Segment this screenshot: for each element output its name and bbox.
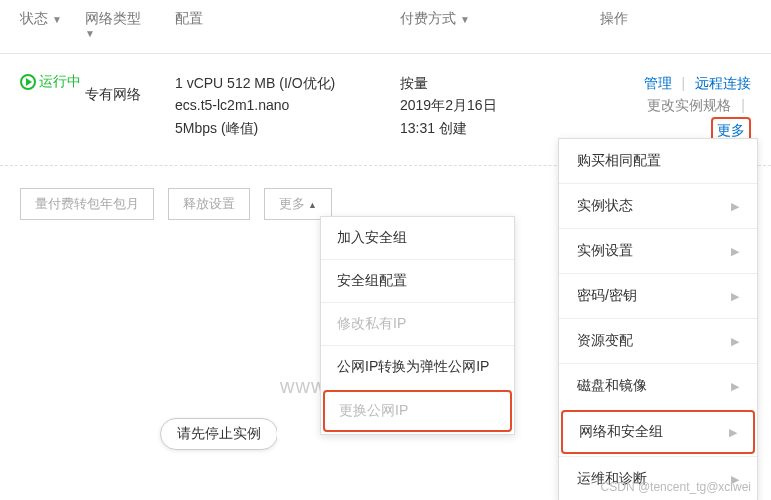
- chevron-right-icon: ▶: [729, 426, 737, 439]
- menu-sg-config[interactable]: 安全组配置: [321, 259, 514, 302]
- ops-cell: 管理 | 远程连接 更改实例规格 | 更多: [600, 72, 751, 143]
- header-net[interactable]: 网络类型▼: [85, 10, 175, 39]
- chevron-right-icon: ▶: [731, 380, 739, 393]
- menu-instance-settings[interactable]: 实例设置▶: [559, 228, 757, 273]
- chevron-down-icon: ▼: [52, 14, 62, 25]
- release-settings-button[interactable]: 释放设置: [168, 188, 250, 220]
- menu-resource-change[interactable]: 资源变配▶: [559, 318, 757, 363]
- menu-network-sg[interactable]: 网络和安全组▶: [561, 410, 755, 454]
- menu-disk-image[interactable]: 磁盘和镜像▶: [559, 363, 757, 408]
- separator: |: [741, 97, 745, 113]
- net-cell: 专有网络: [85, 72, 175, 104]
- menu-instance-status[interactable]: 实例状态▶: [559, 183, 757, 228]
- header-config: 配置: [175, 10, 400, 28]
- play-circle-icon: [20, 74, 36, 90]
- menu-modify-private-ip[interactable]: 修改私有IP: [321, 302, 514, 345]
- menu-join-sg[interactable]: 加入安全组: [321, 217, 514, 259]
- watermark-csdn: CSDN @tencent_tg@xciwei: [601, 480, 751, 494]
- status-cell: 运行中: [20, 72, 85, 92]
- manage-link[interactable]: 管理: [644, 75, 672, 91]
- chevron-down-icon: ▼: [460, 14, 470, 25]
- stop-instance-tooltip: 请先停止实例: [160, 418, 278, 450]
- header-pay[interactable]: 付费方式▼: [400, 10, 600, 28]
- row-more-menu: 购买相同配置 实例状态▶ 实例设置▶ 密码/密钥▶ 资源变配▶ 磁盘和镜像▶ 网…: [558, 138, 758, 500]
- menu-password-key[interactable]: 密码/密钥▶: [559, 273, 757, 318]
- status-text: 运行中: [39, 72, 81, 92]
- chevron-right-icon: ▶: [731, 200, 739, 213]
- menu-buy-same[interactable]: 购买相同配置: [559, 139, 757, 183]
- menu-change-public-ip[interactable]: 更换公网IP: [323, 390, 512, 432]
- config-cell: 1 vCPU 512 MB (I/O优化) ecs.t5-lc2m1.nano …: [175, 72, 400, 139]
- separator: |: [681, 75, 685, 91]
- table-header: 状态▼ 网络类型▼ 配置 付费方式▼ 操作: [0, 0, 771, 54]
- header-status[interactable]: 状态▼: [20, 10, 85, 28]
- chevron-right-icon: ▶: [731, 290, 739, 303]
- chevron-right-icon: ▶: [731, 335, 739, 348]
- chevron-down-icon: ▼: [85, 28, 141, 39]
- pay-cell: 按量 2019年2月16日 13:31 创建: [400, 72, 600, 139]
- bottom-more-menu: 加入安全组 安全组配置 修改私有IP 公网IP转换为弹性公网IP 更换公网IP: [320, 216, 515, 435]
- remote-link[interactable]: 远程连接: [695, 75, 751, 91]
- switch-billing-button[interactable]: 量付费转包年包月: [20, 188, 154, 220]
- menu-convert-eip[interactable]: 公网IP转换为弹性公网IP: [321, 345, 514, 388]
- chevron-right-icon: ▶: [731, 245, 739, 258]
- header-ops: 操作: [600, 10, 751, 28]
- change-spec-link[interactable]: 更改实例规格: [647, 97, 731, 113]
